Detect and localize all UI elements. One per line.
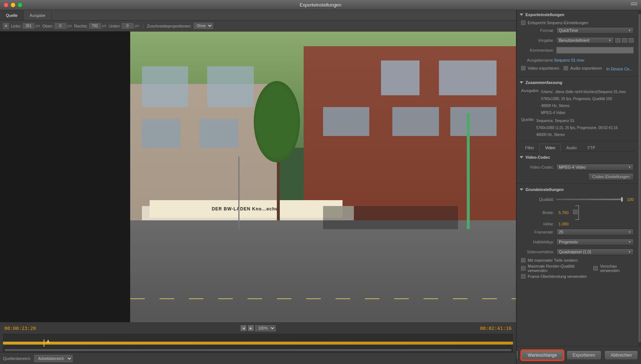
expand-icon[interactable] — [520, 14, 523, 16]
vorgabe-load-icon[interactable] — [622, 38, 627, 43]
aspect-link-checkbox[interactable] — [573, 210, 578, 214]
zusammenfassung-header: Zusammenfassung — [517, 78, 638, 87]
expand-icon-2[interactable] — [520, 81, 523, 84]
vorgabe-delete-icon[interactable] — [629, 38, 634, 43]
zoom-select[interactable]: 100% — [255, 325, 276, 331]
next-frame-button[interactable]: ▶ — [248, 325, 254, 331]
oben-input[interactable] — [55, 23, 66, 29]
quelle-info: Quelle: Sequence, Sequenz 01 5760x1080 (… — [521, 117, 634, 138]
audio-export-checkbox[interactable] — [564, 66, 568, 70]
links-field: Links: pix — [11, 23, 40, 29]
format-select[interactable]: QuickTime ▼ — [556, 27, 634, 34]
maxtiefe-checkbox[interactable] — [521, 258, 525, 262]
playback-area: 00:00:23:20 ◀ ▶ 100% 00:02:41:16 — [0, 322, 516, 352]
warteschlange-button[interactable]: Warteschlange — [521, 350, 564, 360]
hoehe-row: Höhe: 1.080 — [521, 222, 634, 226]
video-codec-content: Video-Codec: MPEG-4 Video ▼ Codec-Einste… — [517, 162, 638, 182]
timeline-bar — [3, 342, 513, 345]
links-input[interactable] — [23, 23, 34, 29]
scrollbar-thumb[interactable] — [638, 14, 641, 342]
prev-frame-button[interactable]: ◀ — [241, 325, 246, 331]
vorgabe-select[interactable]: Benutzerdefiniert ▼ — [556, 37, 614, 44]
tab-quelle[interactable]: Quelle — [0, 10, 24, 20]
separator — [143, 23, 143, 29]
left-panel: Quelle Ausgabe ⊞ Links: pix Oben: pix Re… — [0, 10, 516, 364]
qualitaet-slider[interactable] — [556, 199, 623, 200]
exportieren-button[interactable]: Exportieren — [567, 350, 601, 360]
entspricht-row: Entspricht Sequenz-Einstellungen — [521, 21, 634, 25]
rechts-field: Rechts: pix — [74, 23, 106, 29]
vorgabe-row: Vorgabe: Benutzerdefiniert ▼ — [521, 36, 634, 44]
video-frame: DER BW-LADEN Kno...echer — [130, 32, 516, 322]
divider1 — [517, 76, 638, 77]
quellenbereich-select[interactable]: Arbeitsbereich — [34, 355, 73, 362]
entspricht-checkbox[interactable] — [521, 21, 525, 25]
format-row: Format: QuickTime ▼ — [521, 26, 634, 34]
kommentare-input[interactable] — [556, 47, 634, 54]
grundeinstellungen-header: Grundeinstellungen — [517, 185, 638, 194]
timeline-playhead — [46, 339, 50, 343]
unten-input[interactable] — [122, 23, 133, 29]
timeline-scrollbar[interactable] — [4, 349, 512, 351]
window-title: Exporteinstellungen — [300, 2, 341, 8]
timeline-area[interactable] — [3, 334, 513, 352]
codec-settings-button[interactable]: Codec-Einstellungen — [588, 173, 634, 180]
divider2 — [517, 141, 638, 141]
tab-filter[interactable]: Filter — [520, 144, 539, 151]
minimize-button[interactable] — [11, 3, 15, 7]
unten-field: Unten: pix — [109, 23, 139, 29]
expand-icon-3[interactable] — [520, 156, 523, 158]
export-checkboxes: Video exportieren Audio exportieren In D… — [521, 66, 634, 72]
crop-icon[interactable]: ⊞ — [3, 23, 9, 29]
video-export-checkbox[interactable] — [521, 66, 525, 70]
crop-bar: ⊞ Links: pix Oben: pix Rechts: pix Unten… — [0, 21, 516, 32]
halbbildtyp-row: Halbbildtyp: Progressiv ▼ — [521, 238, 634, 246]
maxrender-checkbox[interactable] — [521, 266, 525, 271]
zuschnitt-select[interactable]: Ohne — [194, 23, 213, 29]
zoom-control: ◀ ▶ 100% — [241, 325, 276, 331]
bottom-buttons: Metadaten... Warteschlange Exportieren A… — [517, 346, 641, 364]
metadaten-button[interactable]: Metadaten... — [516, 350, 518, 360]
close-button[interactable] — [4, 3, 8, 7]
seitenverhaeltnis-select[interactable]: Quadratpixel (1,0) ▼ — [556, 249, 634, 255]
expand-icon-4[interactable] — [520, 188, 523, 191]
total-time: 00:02:41:16 — [480, 326, 512, 331]
timeline-marker — [44, 339, 44, 347]
store-sign-text: DER BW-LADEN Kno...echer — [212, 206, 280, 212]
codec-select[interactable]: MPEG-4 Video ▼ — [556, 164, 634, 170]
window-controls[interactable] — [4, 3, 22, 7]
frameueberblendung-row: Frame-Überblendung verwenden — [521, 274, 634, 279]
vorgabe-save-icon[interactable] — [615, 38, 620, 43]
ausgabename-link[interactable]: Sequenz 01.mov — [554, 58, 585, 62]
tab-video[interactable]: Video — [539, 144, 561, 151]
video-content: DER BW-LADEN Kno...echer — [130, 32, 516, 322]
tab-ftp[interactable]: FTP — [582, 144, 601, 151]
kommentare-row: Kommentare: — [521, 46, 634, 54]
tab-audio[interactable]: Audio — [561, 144, 582, 151]
framerate-select[interactable]: 25 ▼ — [556, 229, 634, 235]
maximize-button[interactable] — [18, 3, 22, 7]
seitenverhaeltnis-row: Seitenverhältnis: Quadratpixel (1,0) ▼ — [521, 248, 634, 256]
title-bar: Exporteinstellungen — [0, 0, 641, 10]
zusammenfassung-content: Ausgabe: /Users/...ideos (bitte nicht lö… — [517, 87, 638, 140]
inner-tabs: Filter Video Audio FTP — [520, 144, 635, 151]
halbbildtyp-select[interactable]: Progressiv ▼ — [556, 239, 634, 245]
right-scrollbar[interactable] — [638, 10, 641, 346]
rechts-input[interactable] — [89, 23, 101, 29]
codec-btn-row: Codec-Einstellungen — [521, 173, 634, 180]
maxtiefe-row: Mit maximaler Tiefe rendern — [521, 258, 634, 262]
export-settings-header: Exporteinstellungen — [517, 10, 638, 19]
tab-ausgabe[interactable]: Ausgabe — [24, 10, 52, 20]
frameueberblendung-checkbox[interactable] — [521, 274, 525, 279]
ausgabe-info: Ausgabe: /Users/...ideos (bitte nicht lö… — [521, 88, 634, 116]
abbrechen-button[interactable]: Abbrechen — [604, 350, 638, 360]
maxrender-row: Maximale Render-Qualität verwenden Vorsc… — [521, 264, 634, 273]
oben-field: Oben: pix — [43, 23, 72, 29]
vorschau-checkbox[interactable] — [593, 266, 598, 271]
export-settings-content: Entspricht Sequenz-Einstellungen Format:… — [517, 19, 638, 75]
playback-controls: 00:00:23:20 ◀ ▶ 100% 00:02:41:16 — [3, 322, 513, 334]
window-menu-icon[interactable] — [631, 3, 637, 8]
ausgabename-row: Ausgabename: Sequenz 01.mov — [521, 56, 634, 64]
breite-row: Breite: 5.760 — [521, 205, 634, 220]
qualitaet-slider-container: 100 — [556, 197, 634, 202]
